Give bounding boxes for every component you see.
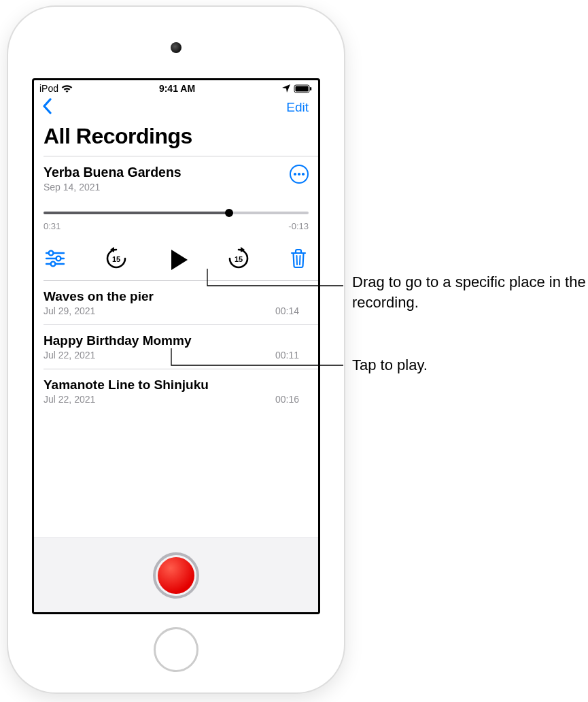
home-button[interactable] bbox=[154, 627, 198, 672]
skip-forward-15-icon: 15 bbox=[226, 246, 251, 271]
recording-duration: 00:14 bbox=[275, 305, 299, 316]
nav-bar: Edit bbox=[34, 95, 318, 122]
scrubber-thumb[interactable] bbox=[225, 209, 233, 217]
delete-button[interactable] bbox=[290, 248, 307, 271]
selected-recording-date: Sep 14, 2021 bbox=[44, 182, 181, 193]
footer bbox=[34, 537, 318, 612]
options-button[interactable] bbox=[45, 250, 65, 270]
svg-text:15: 15 bbox=[112, 255, 120, 263]
recording-date: Jul 29, 2021 bbox=[44, 305, 95, 316]
callout-scrubber: Drag to go to a specific place in the re… bbox=[352, 272, 588, 312]
playback-controls: 15 15 bbox=[44, 246, 309, 273]
callout-play: Tap to play. bbox=[352, 355, 428, 375]
svg-line-14 bbox=[300, 256, 300, 265]
edit-button[interactable]: Edit bbox=[286, 100, 309, 115]
svg-point-6 bbox=[56, 256, 61, 261]
more-button[interactable] bbox=[290, 165, 309, 184]
recording-row[interactable]: Waves on the pierJul 29, 202100:14 bbox=[44, 280, 318, 324]
status-time: 9:41 AM bbox=[159, 83, 195, 94]
selected-recording: Yerba Buena Gardens Sep 14, 2021 0:31 -0… bbox=[34, 156, 318, 280]
location-icon bbox=[281, 84, 291, 93]
skip-back-button[interactable]: 15 bbox=[104, 246, 128, 273]
recording-date: Jul 22, 2021 bbox=[44, 350, 95, 361]
record-button[interactable] bbox=[153, 552, 199, 599]
carrier-label: iPod bbox=[39, 83, 58, 94]
recording-row[interactable]: Happy Birthday MommyJul 22, 202100:11 bbox=[44, 324, 318, 369]
recording-date: Jul 22, 2021 bbox=[44, 394, 95, 405]
scrubber-fill bbox=[44, 212, 229, 214]
wifi-icon bbox=[61, 84, 73, 93]
status-bar: iPod 9:41 AM bbox=[34, 80, 318, 95]
trash-icon bbox=[290, 248, 307, 269]
back-button[interactable] bbox=[42, 98, 52, 117]
sliders-icon bbox=[45, 250, 65, 267]
playback-scrubber[interactable] bbox=[44, 207, 309, 218]
play-button[interactable] bbox=[167, 250, 188, 270]
svg-point-4 bbox=[49, 251, 54, 256]
screen: iPod 9:41 AM Edit All Recordings Yerba B… bbox=[32, 78, 320, 614]
front-camera bbox=[171, 42, 181, 53]
recording-duration: 00:11 bbox=[275, 350, 299, 361]
recording-title: Yamanote Line to Shinjuku bbox=[44, 378, 309, 392]
svg-line-13 bbox=[297, 256, 298, 265]
remaining-time: -0:13 bbox=[288, 221, 309, 231]
svg-rect-2 bbox=[310, 87, 311, 90]
recordings-list: Waves on the pierJul 29, 202100:14Happy … bbox=[34, 280, 318, 413]
record-icon bbox=[158, 557, 194, 594]
selected-recording-title: Yerba Buena Gardens bbox=[44, 165, 181, 180]
elapsed-time: 0:31 bbox=[44, 221, 60, 231]
skip-forward-button[interactable]: 15 bbox=[226, 246, 251, 273]
skip-back-15-icon: 15 bbox=[104, 246, 128, 271]
svg-rect-1 bbox=[295, 86, 308, 91]
recording-duration: 00:16 bbox=[275, 394, 299, 405]
play-icon bbox=[171, 250, 188, 270]
recording-row[interactable]: Yamanote Line to ShinjukuJul 22, 202100:… bbox=[44, 369, 318, 413]
recording-title: Happy Birthday Mommy bbox=[44, 333, 309, 348]
ellipsis-icon bbox=[294, 173, 296, 176]
recording-title: Waves on the pier bbox=[44, 289, 309, 304]
svg-point-8 bbox=[51, 262, 56, 267]
battery-icon bbox=[294, 84, 313, 93]
page-title: All Recordings bbox=[34, 122, 318, 156]
chevron-left-icon bbox=[42, 98, 52, 114]
svg-text:15: 15 bbox=[235, 255, 243, 263]
ipod-device: iPod 9:41 AM Edit All Recordings Yerba B… bbox=[8, 7, 344, 692]
